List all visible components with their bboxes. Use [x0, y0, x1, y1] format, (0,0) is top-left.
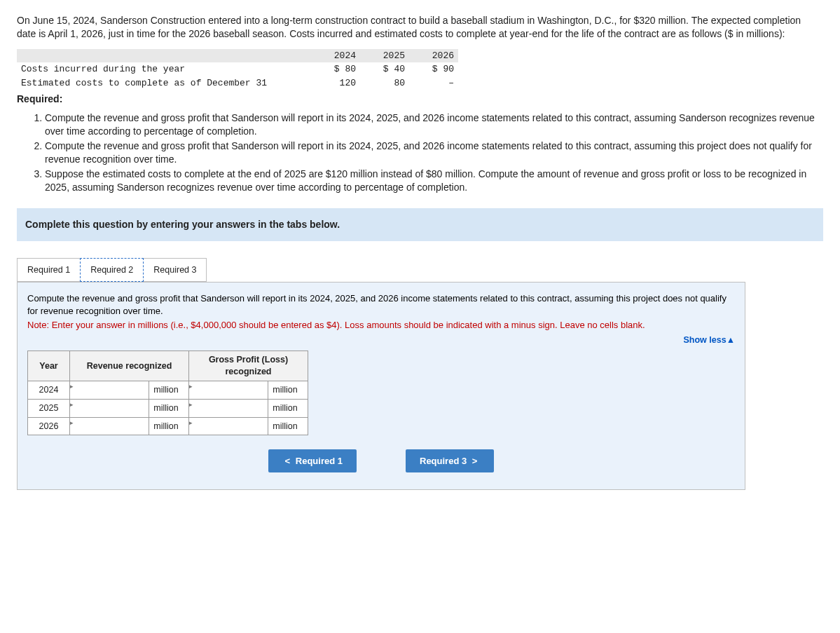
- requirement-item: Compute the revenue and gross profit tha…: [45, 111, 823, 138]
- unit-label: million: [268, 399, 308, 417]
- col-year: Year: [28, 351, 70, 381]
- show-less-toggle[interactable]: Show less▲: [683, 334, 735, 346]
- table-row: 2026 ▸ million ▸ million: [28, 417, 308, 435]
- table-row: 2025 ▸ million ▸ million: [28, 399, 308, 417]
- chevron-left-icon: <: [285, 456, 291, 466]
- tab-required-3[interactable]: Required 3: [143, 258, 207, 283]
- gp-2026-input[interactable]: [194, 418, 268, 434]
- col-gross-profit: Gross Profit (Loss) recognized: [189, 351, 308, 381]
- requirements-list: Compute the revenue and gross profit tha…: [31, 111, 823, 193]
- required-label: Required:: [17, 93, 823, 106]
- revenue-2024-input[interactable]: [75, 382, 149, 397]
- cost-data-table: 2024 2025 2026 Costs incurred during the…: [17, 49, 458, 90]
- unit-label: million: [268, 417, 308, 435]
- unit-label: million: [149, 399, 189, 417]
- year-cell: 2025: [28, 399, 70, 417]
- requirement-item: Compute the revenue and gross profit tha…: [45, 139, 823, 166]
- table-row: 2024 ▸ million ▸ million: [28, 381, 308, 399]
- nav-row: < Required 1 Required 3 >: [27, 449, 735, 472]
- tab-row: Required 1 Required 2 Required 3: [17, 258, 823, 283]
- chevron-right-icon: >: [472, 456, 478, 466]
- requirement-item: Suppose the estimated costs to complete …: [45, 168, 823, 194]
- prev-button[interactable]: < Required 1: [268, 449, 357, 472]
- year-cell: 2024: [28, 381, 70, 399]
- unit-label: million: [149, 381, 189, 399]
- instruction-bar: Complete this question by entering your …: [17, 208, 823, 241]
- next-button[interactable]: Required 3 >: [406, 449, 494, 472]
- col-revenue: Revenue recognized: [70, 351, 189, 381]
- problem-text: On June 15, 2024, Sanderson Construction…: [17, 14, 815, 41]
- gp-2024-input[interactable]: [194, 382, 268, 397]
- tab-required-2[interactable]: Required 2: [80, 258, 144, 283]
- answer-table: Year Revenue recognized Gross Profit (Lo…: [27, 350, 308, 435]
- panel-instruction: Compute the revenue and gross profit tha…: [27, 292, 735, 317]
- unit-label: million: [268, 381, 308, 399]
- panel-note: Note: Enter your answer in millions (i.e…: [27, 319, 735, 332]
- revenue-2025-input[interactable]: [75, 400, 149, 416]
- tab-required-1[interactable]: Required 1: [17, 258, 81, 283]
- year-cell: 2026: [28, 417, 70, 435]
- unit-label: million: [149, 417, 189, 435]
- chevron-up-icon: ▲: [727, 335, 735, 345]
- revenue-2026-input[interactable]: [75, 418, 149, 434]
- tab-panel: Compute the revenue and gross profit tha…: [17, 282, 745, 490]
- gp-2025-input[interactable]: [194, 400, 268, 416]
